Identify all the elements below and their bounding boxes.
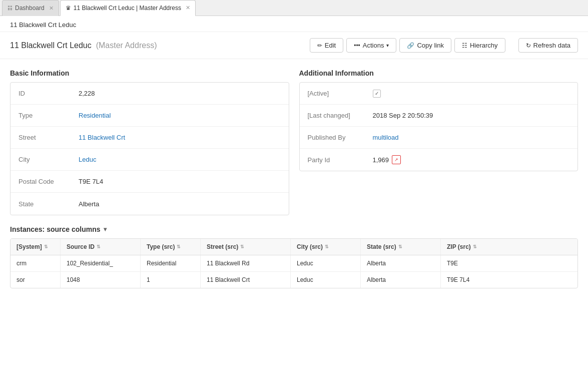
state-label: State: [19, 200, 79, 208]
published-by-value[interactable]: multiload: [373, 134, 399, 141]
copy-link-button[interactable]: 🔗 Copy link: [399, 38, 451, 53]
col-type-src-label: Type (src): [147, 243, 175, 250]
record-title-text: 11 Blackwell Crt Leduc (Master Address): [10, 41, 157, 50]
cell-source-id-1: 1048: [61, 272, 141, 288]
tab-bar: ☷ Dashboard ✕ ♛ 11 Blackwell Crt Leduc |…: [0, 0, 588, 16]
cell-zip-src-1: T9E 7L4: [441, 272, 501, 288]
cell-type-src-0: Residential: [141, 255, 201, 271]
record-title-main: 11 Blackwell Crt Leduc: [10, 41, 92, 50]
col-source-id[interactable]: Source ID ⇅: [61, 239, 141, 255]
published-by-label: Published By: [308, 134, 373, 141]
add-info-row-party-id: Party Id 1,969 ↗: [300, 149, 578, 171]
tab-dashboard-label: Dashboard: [15, 5, 45, 12]
link-icon: 🔗: [407, 42, 414, 49]
info-row-id: ID 2,228: [11, 83, 289, 105]
sort-icon-type-src: ⇅: [177, 244, 181, 249]
tab-dashboard[interactable]: ☷ Dashboard ✕: [2, 0, 59, 16]
basic-info-table: ID 2,228 Type Residential Street 11 Blac…: [10, 82, 289, 215]
cell-system-0: crm: [11, 255, 61, 271]
dots-icon: •••: [354, 42, 360, 49]
party-id-value: 1,969: [373, 156, 389, 164]
main-body: Basic Information ID 2,228 Type Resident…: [0, 59, 588, 225]
col-zip-src-label: ZIP (src): [447, 243, 471, 250]
refresh-icon: ↻: [526, 42, 531, 49]
instances-section: Instances: source columns ▾ [System] ⇅ S…: [0, 225, 588, 298]
tab-master-address-label: 11 Blackwell Crt Leduc | Master Address: [74, 5, 181, 12]
copy-link-label: Copy link: [417, 42, 443, 49]
last-changed-value: 2018 Sep 2 20:50:39: [373, 112, 433, 119]
id-value: 2,228: [79, 90, 95, 97]
page-content: 11 Blackwell Crt Leduc 11 Blackwell Crt …: [0, 16, 588, 376]
toolbar: ✏ Edit ••• Actions ▾ 🔗 Copy link ☷ Hiera…: [310, 38, 578, 53]
basic-info-section: Basic Information ID 2,228 Type Resident…: [10, 69, 289, 215]
info-row-type: Type Residential: [11, 105, 289, 127]
col-state-src[interactable]: State (src) ⇅: [361, 239, 441, 255]
cell-system-1: sor: [11, 272, 61, 288]
cell-zip-src-0: T9E: [441, 255, 501, 271]
postal-label: Postal Code: [19, 178, 79, 185]
instances-header[interactable]: Instances: source columns ▾: [10, 225, 578, 233]
col-city-src-label: City (src): [297, 243, 323, 250]
external-link-icon: ↗: [394, 157, 398, 162]
col-system-label: [System]: [17, 243, 42, 250]
col-state-src-label: State (src): [367, 243, 396, 250]
tab-dashboard-close[interactable]: ✕: [49, 5, 54, 12]
actions-button[interactable]: ••• Actions ▾: [346, 38, 396, 53]
cell-state-src-0: Alberta: [361, 255, 441, 271]
col-street-src[interactable]: Street (src) ⇅: [201, 239, 291, 255]
crown-icon: ♛: [66, 5, 71, 12]
chevron-down-icon: ▾: [104, 226, 107, 233]
type-value[interactable]: Residential: [79, 112, 111, 119]
city-label: City: [19, 156, 79, 163]
street-label: Street: [19, 134, 79, 141]
sort-icon-source-id: ⇅: [97, 244, 101, 249]
cell-city-src-1: Leduc: [291, 272, 361, 288]
col-zip-src[interactable]: ZIP (src) ⇅: [441, 239, 501, 255]
grid-icon: ☷: [8, 5, 13, 12]
street-value[interactable]: 11 Blackwell Crt: [79, 134, 125, 141]
breadcrumb-title: 11 Blackwell Crt Leduc: [10, 21, 76, 29]
info-row-state: State Alberta: [11, 193, 289, 215]
tab-master-address[interactable]: ♛ 11 Blackwell Crt Leduc | Master Addres…: [60, 0, 196, 16]
cell-source-id-0: 102_Residential_: [61, 255, 141, 271]
col-city-src[interactable]: City (src) ⇅: [291, 239, 361, 255]
instances-table: [System] ⇅ Source ID ⇅ Type (src) ⇅ Stre…: [10, 238, 578, 288]
active-label: [Active]: [308, 90, 373, 97]
active-checkbox[interactable]: ✓: [373, 90, 381, 98]
col-source-id-label: Source ID: [67, 243, 95, 250]
refresh-button[interactable]: ↻ Refresh data: [518, 38, 578, 53]
cell-street-src-1: 11 Blackwell Crt: [201, 272, 291, 288]
cell-state-src-1: Alberta: [361, 272, 441, 288]
hierarchy-icon: ☷: [462, 42, 467, 49]
cell-type-src-1: 1: [141, 272, 201, 288]
sort-icon-state-src: ⇅: [398, 244, 402, 249]
refresh-label: Refresh data: [533, 42, 570, 49]
hierarchy-button[interactable]: ☷ Hierarchy: [454, 38, 505, 53]
id-label: ID: [19, 90, 79, 97]
party-id-label: Party Id: [308, 156, 373, 164]
last-changed-label: [Last changed]: [308, 112, 373, 119]
info-row-city: City Leduc: [11, 149, 289, 171]
info-row-street: Street 11 Blackwell Crt: [11, 127, 289, 149]
city-value[interactable]: Leduc: [79, 156, 96, 163]
type-label: Type: [19, 112, 79, 119]
cell-street-src-0: 11 Blackwell Rd: [201, 255, 291, 271]
hierarchy-label: Hierarchy: [470, 42, 498, 49]
table-row: sor 1048 1 11 Blackwell Crt Leduc Albert…: [11, 272, 577, 288]
add-info-row-active: [Active] ✓: [300, 83, 578, 105]
col-system[interactable]: [System] ⇅: [11, 239, 61, 255]
table-row: crm 102_Residential_ Residential 11 Blac…: [11, 255, 577, 272]
party-link-button[interactable]: ↗: [392, 155, 401, 164]
col-type-src[interactable]: Type (src) ⇅: [141, 239, 201, 255]
tab-master-address-close[interactable]: ✕: [186, 5, 190, 11]
basic-info-title: Basic Information: [10, 69, 289, 77]
info-row-postal: Postal Code T9E 7L4: [11, 171, 289, 193]
breadcrumb: 11 Blackwell Crt Leduc: [0, 16, 588, 32]
instances-table-header: [System] ⇅ Source ID ⇅ Type (src) ⇅ Stre…: [11, 239, 577, 255]
chevron-down-icon: ▾: [386, 43, 389, 48]
edit-button[interactable]: ✏ Edit: [310, 38, 343, 53]
additional-info-table: [Active] ✓ [Last changed] 2018 Sep 2 20:…: [299, 82, 578, 171]
sort-icon-zip-src: ⇅: [473, 244, 477, 249]
additional-info-title: Additional Information: [299, 69, 578, 77]
add-info-row-last-changed: [Last changed] 2018 Sep 2 20:50:39: [300, 105, 578, 127]
